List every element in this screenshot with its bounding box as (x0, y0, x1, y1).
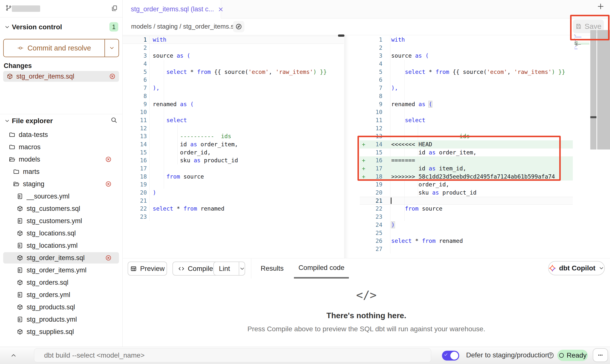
lineage-button[interactable] (233, 21, 244, 32)
file-item-stg_products.yml[interactable]: stg_products.yml (3, 314, 119, 325)
left-scrollbar-thumb[interactable] (338, 34, 344, 37)
code-line-9[interactable]: 9renamed as ( (123, 100, 344, 108)
window-scrollbar-track[interactable] (597, 30, 610, 149)
tab-stg-order-items[interactable]: stg_order_items.sql (last c... (123, 0, 221, 18)
code-line-25[interactable]: 25 (360, 229, 573, 237)
lint-main[interactable]: Lint (213, 262, 235, 275)
code-line-11[interactable]: 11 select (360, 116, 573, 124)
help-question-icon[interactable] (547, 352, 554, 359)
editor-pane-right[interactable]: 1with23source as (45 select * from {{ so… (360, 36, 573, 253)
code-line-16[interactable]: +16======= (360, 156, 573, 165)
code-line-13[interactable]: 13 ---------- ids (360, 132, 573, 140)
preview-button[interactable]: Preview (128, 262, 167, 276)
code-line-19[interactable]: 19 order_id, (360, 181, 573, 189)
file-item-stg_locations.yml[interactable]: stg_locations.yml (3, 240, 119, 251)
code-line-7[interactable]: 7), (360, 84, 573, 92)
code-line-22[interactable]: 22 from source (360, 205, 573, 213)
code-line-2[interactable]: 2 (360, 44, 573, 52)
defer-toggle[interactable] (442, 351, 459, 361)
code-line-2[interactable]: 2 (123, 44, 344, 52)
file-item-stg_orders.sql[interactable]: stg_orders.sql (3, 277, 119, 288)
code-line-14[interactable]: 14 id as order_item, (123, 140, 344, 149)
close-icon[interactable] (218, 6, 224, 13)
tab-results[interactable]: Results (256, 258, 288, 279)
code-line-4[interactable]: 4 (360, 60, 573, 68)
file-item-macros[interactable]: macros (3, 141, 119, 153)
file-item-staging[interactable]: staging (3, 178, 119, 190)
code-line-13[interactable]: 13 ---------- ids (123, 132, 344, 140)
commit-dropdown-button[interactable] (104, 39, 119, 57)
file-item-stg_order_items.yml[interactable]: stg_order_items.yml (3, 265, 119, 276)
editor-pane-left[interactable]: 1with23source as (45 select * from {{ so… (123, 36, 344, 221)
file-item-marts[interactable]: marts (3, 166, 119, 177)
more-options-button[interactable] (593, 348, 608, 362)
code-line-9[interactable]: 9renamed as ( (360, 100, 573, 108)
search-icon[interactable] (110, 116, 117, 123)
copy-files-icon[interactable] (111, 5, 118, 12)
file-item-models[interactable]: models (3, 154, 119, 165)
minimap[interactable] (574, 34, 590, 52)
code-line-15[interactable]: 15 order_id, (123, 149, 344, 157)
code-line-22[interactable]: 22select * from renamed (123, 205, 344, 213)
file-item-stg_products.sql[interactable]: stg_products.sql (3, 301, 119, 313)
code-line-8[interactable]: 8 (123, 92, 344, 100)
code-line-1[interactable]: 1with (360, 36, 573, 44)
code-line-11[interactable]: 11 select (123, 116, 344, 124)
code-line-6[interactable]: 6 (123, 76, 344, 84)
compile-button[interactable]: Compile (172, 262, 219, 276)
code-line-24[interactable]: 24) (360, 221, 573, 229)
code-line-6[interactable]: 6 (360, 76, 573, 84)
code-line-3[interactable]: 3source as ( (123, 52, 344, 60)
code-line-21[interactable]: 21 (360, 197, 573, 205)
chevron-down-icon[interactable] (4, 24, 10, 30)
code-line-3[interactable]: 3source as ( (360, 52, 573, 60)
code-line-21[interactable]: 21 (123, 197, 344, 205)
commit-main[interactable]: Commit and resolve (4, 39, 104, 57)
lint-dropdown-button[interactable] (239, 262, 245, 275)
changed-file-row[interactable]: stg_order_items.sql (3, 71, 119, 82)
code-line-5[interactable]: 5 select * from {{ source('ecom', 'raw_i… (360, 68, 573, 76)
code-line-17[interactable]: +17 id as item_id, (360, 165, 573, 173)
code-line-1[interactable]: 1with (123, 36, 344, 44)
status-badge-ready[interactable]: Ready (557, 350, 588, 361)
new-tab-button[interactable] (596, 2, 605, 11)
file-item-data-tests[interactable]: data-tests (3, 129, 119, 140)
tab-compiled-code[interactable]: Compiled code (294, 258, 349, 279)
file-item-stg_customers.sql[interactable]: stg_customers.sql (3, 203, 119, 214)
editor-scrollbar-thumb[interactable] (590, 116, 596, 118)
code-line-12[interactable]: 12 (360, 124, 573, 132)
file-item-stg_orders.yml[interactable]: stg_orders.yml (3, 289, 119, 300)
code-line-10[interactable]: 10 (123, 108, 344, 116)
code-line-16[interactable]: 16 sku as product_id (123, 156, 344, 165)
lint-button[interactable]: Lint (213, 262, 245, 276)
file-item-stg_supplies.sql[interactable]: stg_supplies.sql (3, 326, 119, 337)
code-line-20[interactable]: 20 sku as product_id (360, 189, 573, 197)
code-line-12[interactable]: 12 (123, 124, 344, 132)
commit-and-resolve-button[interactable]: Commit and resolve (3, 39, 119, 57)
code-line-23[interactable]: 23 (123, 213, 344, 221)
editor-scrollbar-track[interactable] (590, 30, 596, 149)
dbt-copilot-button[interactable]: dbt Copilot (548, 261, 605, 275)
collapse-panel-button[interactable] (9, 351, 18, 360)
code-line-5[interactable]: 5 select * from {{ source('ecom', 'raw_i… (123, 68, 344, 76)
code-line-14[interactable]: +14<<<<<<< HEAD (360, 140, 573, 149)
file-item-__sources.yml[interactable]: __sources.yml (3, 191, 119, 202)
code-line-23[interactable]: 23 (360, 213, 573, 221)
file-item-stg_order_items.sql[interactable]: stg_order_items.sql (3, 252, 119, 264)
code-line-7[interactable]: 7), (123, 84, 344, 92)
code-line-10[interactable]: 10 (360, 108, 573, 116)
code-line-19[interactable]: 19 (123, 181, 344, 189)
command-input[interactable] (34, 351, 431, 359)
code-line-26[interactable]: 26select * from renamed (360, 237, 573, 245)
file-item-stg_customers.yml[interactable]: stg_customers.yml (3, 215, 119, 227)
code-line-4[interactable]: 4 (123, 60, 344, 68)
chevron-down-icon[interactable] (4, 118, 10, 124)
code-line-18[interactable]: +18>>>>>>> 58c1dd23d5eebd9cd2495fa7124ab… (360, 173, 573, 181)
pane-divider[interactable] (344, 35, 352, 258)
code-line-8[interactable]: 8 (360, 92, 573, 100)
code-line-15[interactable]: 15 id as order_item, (360, 149, 573, 157)
code-line-18[interactable]: 18 from source (123, 173, 344, 181)
file-item-stg_locations.sql[interactable]: stg_locations.sql (3, 228, 119, 239)
code-line-20[interactable]: 20) (123, 189, 344, 197)
code-line-27[interactable]: 27 (360, 245, 573, 253)
